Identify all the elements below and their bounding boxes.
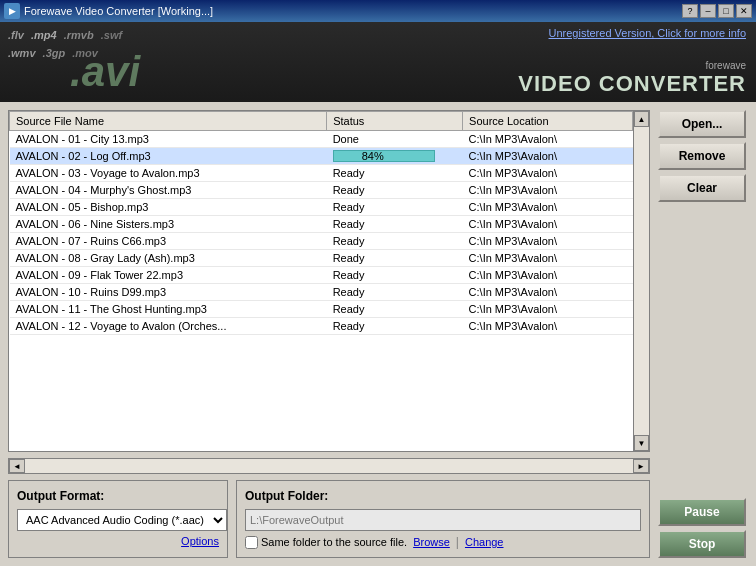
file-name-cell: AVALON - 02 - Log Off.mp3 (10, 148, 327, 165)
bottom-panels: Output Format: AAC Advanced Audio Coding… (8, 480, 650, 558)
status-cell: Done (327, 131, 463, 148)
location-cell: C:\In MP3\Avalon\ (463, 267, 633, 284)
brand-product: VIDEO CONVERTER (518, 71, 746, 96)
table-row[interactable]: AVALON - 10 - Ruins D99.mp3ReadyC:\In MP… (10, 284, 633, 301)
output-folder-panel: Output Folder: Same folder to the source… (236, 480, 650, 558)
change-link[interactable]: Change (465, 536, 504, 548)
location-cell: C:\In MP3\Avalon\ (463, 318, 633, 335)
file-name-cell: AVALON - 07 - Ruins C66.mp3 (10, 233, 327, 250)
col-header-status: Status (327, 112, 463, 131)
location-cell: C:\In MP3\Avalon\ (463, 284, 633, 301)
location-cell: C:\In MP3\Avalon\ (463, 165, 633, 182)
open-button[interactable]: Open... (658, 110, 746, 138)
location-cell: C:\In MP3\Avalon\ (463, 301, 633, 318)
status-cell: Ready (327, 318, 463, 335)
file-name-cell: AVALON - 06 - Nine Sisters.mp3 (10, 216, 327, 233)
format-wmv: .wmv (8, 47, 36, 59)
col-header-location: Source Location (463, 112, 633, 131)
scroll-up-button[interactable]: ▲ (634, 111, 649, 127)
format-3gp: .3gp (43, 47, 66, 59)
scroll-right-button[interactable]: ► (633, 459, 649, 473)
table-row[interactable]: AVALON - 05 - Bishop.mp3ReadyC:\In MP3\A… (10, 199, 633, 216)
file-name-cell: AVALON - 11 - The Ghost Hunting.mp3 (10, 301, 327, 318)
pause-button[interactable]: Pause (658, 498, 746, 526)
main-content: Source File Name Status Source Location … (0, 102, 756, 566)
horizontal-scrollbar[interactable]: ◄ ► (8, 458, 650, 474)
location-cell: C:\In MP3\Avalon\ (463, 216, 633, 233)
status-cell: Ready (327, 233, 463, 250)
table-row[interactable]: AVALON - 02 - Log Off.mp384%C:\In MP3\Av… (10, 148, 633, 165)
status-cell: Ready (327, 284, 463, 301)
table-row[interactable]: AVALON - 06 - Nine Sisters.mp3ReadyC:\In… (10, 216, 633, 233)
maximize-button[interactable]: □ (718, 4, 734, 18)
unregistered-link[interactable]: Unregistered Version, Click for more inf… (549, 27, 746, 39)
separator: | (456, 535, 459, 549)
same-folder-checkbox[interactable] (245, 536, 258, 549)
location-cell: C:\In MP3\Avalon\ (463, 148, 633, 165)
file-name-cell: AVALON - 10 - Ruins D99.mp3 (10, 284, 327, 301)
output-format-title: Output Format: (17, 489, 219, 503)
location-cell: C:\In MP3\Avalon\ (463, 131, 633, 148)
scroll-left-button[interactable]: ◄ (9, 459, 25, 473)
left-panel: Source File Name Status Source Location … (8, 110, 650, 558)
location-cell: C:\In MP3\Avalon\ (463, 199, 633, 216)
status-cell: Ready (327, 182, 463, 199)
stop-button[interactable]: Stop (658, 530, 746, 558)
status-cell: Ready (327, 301, 463, 318)
format-select[interactable]: AAC Advanced Audio Coding (*.aac) (17, 509, 227, 531)
table-row[interactable]: AVALON - 04 - Murphy's Ghost.mp3ReadyC:\… (10, 182, 633, 199)
file-name-cell: AVALON - 05 - Bishop.mp3 (10, 199, 327, 216)
scroll-down-button[interactable]: ▼ (634, 435, 649, 451)
col-header-name: Source File Name (10, 112, 327, 131)
status-cell: Ready (327, 199, 463, 216)
table-row[interactable]: AVALON - 09 - Flak Tower 22.mp3ReadyC:\I… (10, 267, 633, 284)
vertical-scrollbar[interactable]: ▲ ▼ (633, 111, 649, 451)
table-row[interactable]: AVALON - 01 - City 13.mp3DoneC:\In MP3\A… (10, 131, 633, 148)
output-format-panel: Output Format: AAC Advanced Audio Coding… (8, 480, 228, 558)
format-rmvb: .rmvb (64, 29, 94, 41)
close-button[interactable]: ✕ (736, 4, 752, 18)
window-controls: ? – □ ✕ (682, 4, 752, 18)
brand-logo: forewave VIDEO CONVERTER (518, 60, 746, 97)
format-flv: .flv (8, 29, 24, 41)
header-banner: .flv .mp4 .rmvb .swf .wmv .3gp .mov .avi… (0, 22, 756, 102)
file-table-container: Source File Name Status Source Location … (8, 110, 650, 452)
format-swf: .swf (101, 29, 122, 41)
file-name-cell: AVALON - 03 - Voyage to Avalon.mp3 (10, 165, 327, 182)
folder-input[interactable] (245, 509, 641, 531)
output-folder-title: Output Folder: (245, 489, 641, 503)
file-name-cell: AVALON - 12 - Voyage to Avalon (Orches..… (10, 318, 327, 335)
clear-button[interactable]: Clear (658, 174, 746, 202)
help-button[interactable]: ? (682, 4, 698, 18)
browse-link[interactable]: Browse (413, 536, 450, 548)
table-row[interactable]: AVALON - 12 - Voyage to Avalon (Orches..… (10, 318, 633, 335)
table-row[interactable]: AVALON - 08 - Gray Lady (Ash).mp3ReadyC:… (10, 250, 633, 267)
table-row[interactable]: AVALON - 11 - The Ghost Hunting.mp3Ready… (10, 301, 633, 318)
avi-logo: .avi (70, 48, 140, 96)
title-bar: ▶ Forewave Video Converter [Working...] … (0, 0, 756, 22)
status-cell: Ready (327, 250, 463, 267)
table-row[interactable]: AVALON - 07 - Ruins C66.mp3ReadyC:\In MP… (10, 233, 633, 250)
status-cell: Ready (327, 165, 463, 182)
location-cell: C:\In MP3\Avalon\ (463, 233, 633, 250)
minimize-button[interactable]: – (700, 4, 716, 18)
options-link[interactable]: Options (17, 535, 219, 547)
app-icon: ▶ (4, 3, 20, 19)
h-scroll-track[interactable] (25, 459, 633, 473)
header-right: Unregistered Version, Click for more inf… (518, 22, 746, 102)
window-title: Forewave Video Converter [Working...] (24, 5, 682, 17)
remove-button[interactable]: Remove (658, 142, 746, 170)
same-folder-label[interactable]: Same folder to the source file. (245, 536, 407, 549)
file-name-cell: AVALON - 08 - Gray Lady (Ash).mp3 (10, 250, 327, 267)
table-row[interactable]: AVALON - 03 - Voyage to Avalon.mp3ReadyC… (10, 165, 633, 182)
scroll-track[interactable] (634, 127, 649, 435)
folder-options: Same folder to the source file. Browse |… (245, 535, 641, 549)
status-cell: 84% (327, 148, 463, 165)
progress-text: 84% (333, 150, 413, 162)
status-cell: Ready (327, 267, 463, 284)
location-cell: C:\In MP3\Avalon\ (463, 250, 633, 267)
file-name-cell: AVALON - 04 - Murphy's Ghost.mp3 (10, 182, 327, 199)
brand-name: forewave (518, 60, 746, 71)
status-cell: Ready (327, 216, 463, 233)
file-table: Source File Name Status Source Location … (9, 111, 633, 335)
